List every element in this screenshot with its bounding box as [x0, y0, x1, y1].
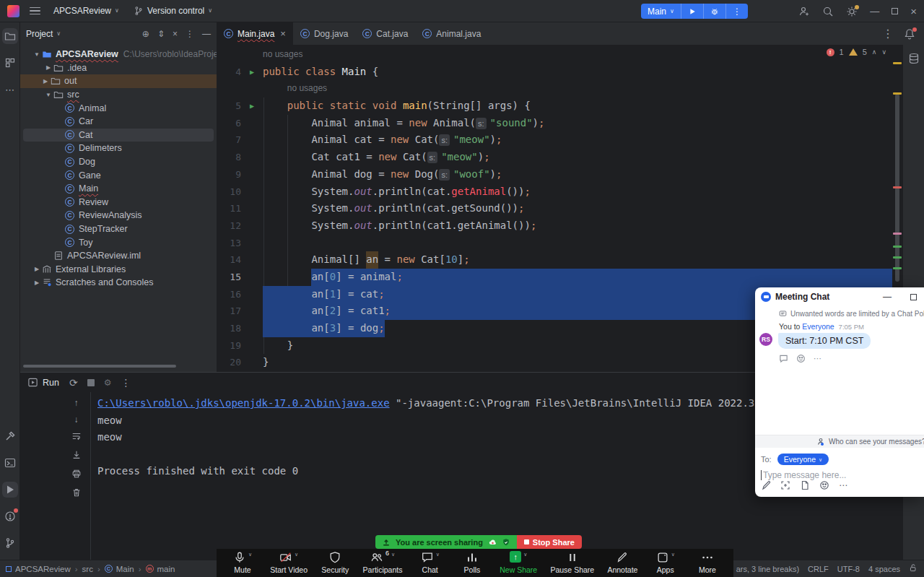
- chevron-down-icon[interactable]: ∨: [248, 552, 252, 558]
- project-panel-title[interactable]: Project ∨: [26, 29, 61, 39]
- breadcrumb-item-Main[interactable]: CMain: [105, 565, 134, 573]
- format-text-icon[interactable]: [761, 480, 771, 490]
- more-tools-icon[interactable]: ⋯: [2, 82, 18, 97]
- problems-tool-icon[interactable]: [2, 508, 18, 524]
- stop-icon[interactable]: [87, 379, 95, 386]
- attach-file-icon[interactable]: [800, 480, 810, 490]
- indent-widget[interactable]: 4 spaces: [868, 565, 900, 573]
- window-minimize-button[interactable]: —: [870, 6, 879, 17]
- tree-item-Toy[interactable]: CToy: [23, 235, 214, 249]
- zoom-mute-button[interactable]: ∨Mute: [228, 551, 257, 577]
- code-line-4[interactable]: 4▶public class Main {: [217, 64, 892, 81]
- stripe-mark[interactable]: [893, 233, 902, 235]
- zoom-chat-button[interactable]: ∨Chat: [416, 551, 445, 577]
- code-line-12[interactable]: 12 System.out.println(cat1.getAnimal());: [217, 217, 892, 235]
- zoom-security-button[interactable]: Security: [321, 551, 349, 577]
- tree-toggle-icon[interactable]: ▶: [32, 279, 42, 286]
- tree-toggle-icon[interactable]: ▶: [32, 266, 42, 272]
- breadcrumb-item-main[interactable]: mmain: [146, 565, 175, 573]
- panel-options-icon[interactable]: ⋮: [186, 29, 194, 39]
- message-more-icon[interactable]: ⋯: [814, 354, 821, 363]
- tree-item-Dog[interactable]: CDog: [23, 155, 214, 169]
- code-line-13[interactable]: 13: [217, 235, 892, 252]
- screenshot-icon[interactable]: [780, 480, 790, 490]
- collapse-all-icon[interactable]: ×: [173, 29, 178, 39]
- zoom-new-share-button[interactable]: ↑∨New Share: [500, 551, 537, 577]
- tree-item-Car[interactable]: CCar: [23, 115, 214, 129]
- tree-toggle-icon[interactable]: ▶: [40, 78, 51, 84]
- encoding-widget[interactable]: UTF-8: [837, 565, 860, 573]
- clear-console-icon[interactable]: [71, 487, 82, 500]
- tab-options-icon[interactable]: ⋮: [882, 27, 894, 40]
- tree-item-External Libraries[interactable]: ▶External Libraries: [23, 263, 214, 277]
- breadcrumb-item-APCSAReview[interactable]: APCSAReview: [6, 565, 71, 573]
- tree-item-Animal[interactable]: CAnimal: [23, 101, 214, 115]
- code-line-9[interactable]: 9 Animal dog = new Dog(s:"woof");: [217, 166, 892, 183]
- tree-item-Review[interactable]: CReview: [23, 196, 214, 209]
- locate-file-icon[interactable]: ⊕: [142, 29, 149, 39]
- run-config-selector[interactable]: Main ∨: [641, 4, 681, 19]
- settings-gear-icon[interactable]: [846, 6, 858, 17]
- code-line-15[interactable]: 15 an[0] = animal;: [217, 269, 892, 286]
- message-audience[interactable]: Everyone: [802, 322, 834, 331]
- zoom-start-video-button[interactable]: ∨Start Video: [270, 551, 308, 577]
- line-separator-widget[interactable]: CRLF: [808, 565, 829, 573]
- tree-toggle-icon[interactable]: ▼: [32, 51, 42, 58]
- zoom-participants-button[interactable]: 6∨Participants: [363, 551, 403, 577]
- tree-item-ReviewAnalysis[interactable]: CReviewAnalysis: [23, 209, 214, 222]
- recipient-selector[interactable]: Everyone ∨: [777, 454, 829, 465]
- zoom-pause-share-button[interactable]: Pause Share: [550, 551, 594, 577]
- chat-more-icon[interactable]: ⋯: [839, 480, 847, 490]
- tab-Animal.java[interactable]: CAnimal.java: [415, 22, 488, 45]
- structure-tool-icon[interactable]: [2, 55, 18, 71]
- zoom-more-button[interactable]: More: [693, 551, 722, 577]
- emoji-icon[interactable]: [819, 480, 829, 490]
- chat-maximize-button[interactable]: [910, 294, 917, 300]
- run-line-icon[interactable]: ▶: [241, 64, 263, 81]
- stripe-mark[interactable]: [893, 62, 902, 64]
- close-icon[interactable]: ×: [280, 28, 286, 39]
- project-tool-icon[interactable]: [2, 28, 18, 44]
- window-close-button[interactable]: ×: [910, 5, 917, 17]
- run-button[interactable]: [681, 4, 704, 19]
- print-icon[interactable]: [71, 469, 82, 481]
- tab-Main.java[interactable]: CMain.java×: [217, 22, 293, 45]
- tree-item-Delimeters[interactable]: CDelimeters: [23, 142, 214, 155]
- tab-Cat.java[interactable]: CCat.java: [355, 22, 415, 45]
- zoom-annotate-button[interactable]: Annotate: [607, 551, 637, 577]
- code-line-14[interactable]: 14 Animal[] an = new Cat[10];: [217, 251, 892, 269]
- code-line-7[interactable]: 7 Animal cat = new Cat(s:"meow");: [217, 131, 892, 149]
- tree-toggle-icon[interactable]: ▶: [43, 64, 53, 71]
- tree-item-Main[interactable]: CMain: [23, 182, 214, 196]
- run-settings-gear-icon[interactable]: ⚙: [104, 378, 112, 388]
- tree-item-APCSAReview.iml[interactable]: APCSAReview.iml: [23, 249, 214, 263]
- tree-item-out[interactable]: ▶out: [20, 74, 217, 88]
- code-line-8[interactable]: 8 Cat cat1 = new Cat(s:"meow");: [217, 149, 892, 166]
- tab-Dog.java[interactable]: CDog.java: [293, 22, 355, 45]
- zoom-apps-button[interactable]: ∨Apps: [651, 551, 680, 577]
- code-line-6[interactable]: 6 Animal animal = new Animal(s:"sound");: [217, 115, 892, 132]
- code-line-10[interactable]: 10 System.out.println(cat.getAnimal());: [217, 183, 892, 201]
- tree-item-StepTracker[interactable]: CStepTracker: [23, 222, 214, 236]
- chevron-down-icon[interactable]: ∨: [391, 552, 395, 558]
- hide-panel-icon[interactable]: —: [202, 29, 211, 39]
- search-icon[interactable]: [822, 6, 834, 17]
- next-problem-icon[interactable]: ∨: [881, 48, 886, 56]
- chat-minimize-button[interactable]: —: [883, 292, 892, 302]
- tree-horizontal-scrollbar[interactable]: [23, 365, 176, 368]
- main-menu-icon[interactable]: [30, 7, 40, 15]
- chevron-down-icon[interactable]: ∨: [436, 552, 440, 558]
- inlay-hint-row[interactable]: no usages: [217, 80, 892, 97]
- chat-privacy-notice[interactable]: Who can see your messages? Recording On: [755, 435, 924, 448]
- notifications-bell-icon[interactable]: [904, 28, 915, 40]
- lock-icon[interactable]: [909, 563, 918, 574]
- code-line-5[interactable]: 5▶ public static void main(String[] args…: [217, 97, 892, 115]
- run-line-icon[interactable]: ▶: [241, 97, 263, 115]
- chevron-down-icon[interactable]: ∨: [523, 552, 527, 558]
- recording-cloud-icon[interactable]: [488, 538, 497, 547]
- chat-message-input[interactable]: Type message here...: [755, 465, 924, 480]
- run-tool-icon[interactable]: [2, 482, 18, 498]
- project-menu-button[interactable]: APCSAReview ∨: [53, 6, 119, 16]
- stripe-mark[interactable]: [893, 256, 902, 259]
- tree-item-Scratches and Consoles[interactable]: ▶Scratches and Consoles: [23, 276, 214, 290]
